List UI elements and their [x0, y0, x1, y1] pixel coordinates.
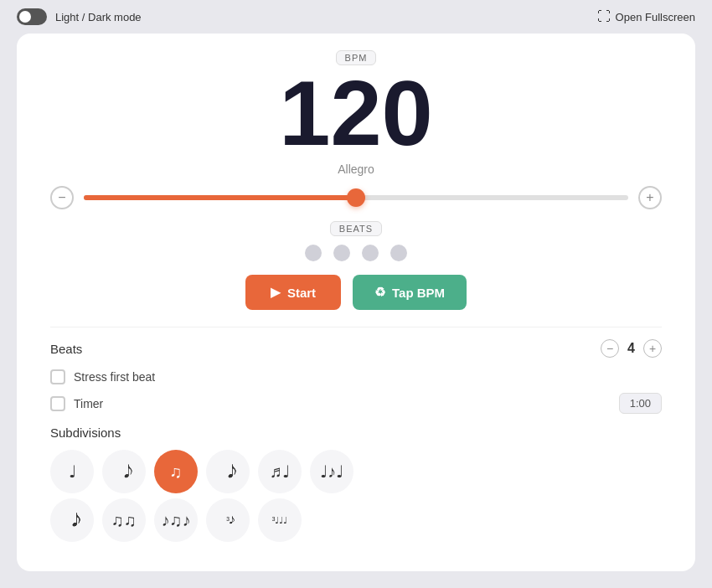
- dark-mode-toggle[interactable]: [17, 8, 47, 25]
- beat-dot-2: [333, 245, 350, 261]
- bpm-slider-fill: [84, 195, 356, 200]
- main-card: BPM 120 Allegro − + BEATS ▶ Start ♻: [17, 34, 695, 571]
- tempo-label: Allegro: [338, 162, 374, 176]
- subdivisions-heading: Subdivisions: [50, 426, 662, 440]
- bpm-slider-thumb[interactable]: [347, 188, 365, 207]
- subdivision-note-1: ♩: [69, 462, 76, 482]
- stress-beat-row: Stress first beat: [50, 369, 662, 384]
- subdivision-10[interactable]: ³𝅘𝅥𝅮𝅘𝅥𝅮𝅘𝅥𝅮: [206, 498, 250, 542]
- subdivision-4[interactable]: 𝅘𝅥𝅮𝅘𝅥𝅮𝅘𝅥𝅮: [206, 450, 250, 493]
- fullscreen-icon: ⛶: [597, 9, 611, 24]
- app-container: Light / Dark mode ⛶ Open Fullscreen BPM …: [0, 0, 712, 588]
- beats-setting-label: Beats: [50, 342, 82, 356]
- stress-beat-checkbox[interactable]: [50, 369, 65, 384]
- settings-section: Beats − 4 + Stress first beat Timer 1:00…: [50, 327, 662, 542]
- tap-icon: ♻: [374, 285, 385, 300]
- subdivision-note-9: ♪♫♪: [162, 511, 191, 530]
- beat-dot-3: [362, 245, 379, 261]
- beats-row: Beats − 4 +: [50, 339, 662, 358]
- subdivision-note-3: ♫: [170, 462, 183, 482]
- timer-label: Timer: [74, 397, 103, 410]
- subdivision-note-5: ♬♩: [270, 462, 290, 482]
- subdivision-3[interactable]: ♫: [154, 450, 198, 493]
- subdivision-7[interactable]: 𝅘𝅥𝅮𝅘𝅥𝅮𝅘𝅥𝅮𝅘𝅥𝅮: [50, 498, 94, 542]
- beats-increase-button[interactable]: +: [643, 339, 662, 358]
- beats-decrease-button[interactable]: −: [601, 339, 619, 358]
- subdivision-8[interactable]: ♫♫: [102, 498, 146, 542]
- fullscreen-label: Open Fullscreen: [616, 11, 695, 23]
- subdivision-note-6: ♩♪♩: [320, 462, 343, 482]
- bpm-slider-container: − +: [50, 186, 662, 209]
- timer-checkbox[interactable]: [50, 396, 65, 411]
- bpm-decrease-button[interactable]: −: [50, 186, 74, 209]
- beat-dot-4: [390, 245, 407, 261]
- timer-row: Timer 1:00: [50, 393, 662, 414]
- subdivision-5[interactable]: ♬♩: [258, 450, 302, 493]
- subdivision-9[interactable]: ♪♫♪: [154, 498, 198, 542]
- timer-value[interactable]: 1:00: [619, 393, 662, 414]
- subdivisions-row-2: 𝅘𝅥𝅮𝅘𝅥𝅮𝅘𝅥𝅮𝅘𝅥𝅮 ♫♫ ♪♫♪ ³𝅘𝅥𝅮𝅘𝅥𝅮𝅘𝅥𝅮 ³♩♩♩: [50, 498, 662, 542]
- play-icon: ▶: [271, 285, 281, 300]
- beats-counter: − 4 +: [601, 339, 662, 358]
- fullscreen-button[interactable]: ⛶ Open Fullscreen: [597, 9, 695, 24]
- stress-beat-label: Stress first beat: [74, 370, 155, 384]
- toggle-area: Light / Dark mode: [17, 8, 142, 25]
- beats-value: 4: [627, 341, 635, 356]
- top-bar: Light / Dark mode ⛶ Open Fullscreen: [0, 0, 712, 34]
- action-buttons: ▶ Start ♻ Tap BPM: [245, 275, 467, 310]
- start-label: Start: [287, 286, 316, 300]
- subdivision-note-8: ♫♫: [111, 511, 137, 530]
- bpm-slider-track[interactable]: [84, 195, 628, 200]
- subdivision-6[interactable]: ♩♪♩: [310, 450, 353, 493]
- subdivisions-grid: ♩ 𝅘𝅥𝅮𝅘𝅥𝅮 ♫ 𝅘𝅥𝅮𝅘𝅥𝅮𝅘𝅥𝅮 ♬♩: [50, 450, 662, 542]
- tap-label: Tap BPM: [392, 286, 445, 300]
- subdivisions-row-1: ♩ 𝅘𝅥𝅮𝅘𝅥𝅮 ♫ 𝅘𝅥𝅮𝅘𝅥𝅮𝅘𝅥𝅮 ♬♩: [50, 450, 662, 493]
- beats-badge: BEATS: [330, 221, 382, 236]
- bpm-display: 120: [279, 67, 433, 159]
- tap-bpm-button[interactable]: ♻ Tap BPM: [353, 275, 467, 310]
- subdivision-2[interactable]: 𝅘𝅥𝅮𝅘𝅥𝅮: [102, 450, 146, 493]
- beat-dots-container: [305, 245, 407, 261]
- subdivision-1[interactable]: ♩: [50, 450, 94, 493]
- toggle-label: Light / Dark mode: [55, 11, 142, 23]
- subdivision-11[interactable]: ³♩♩♩: [258, 498, 302, 542]
- beat-dot-1: [305, 245, 322, 261]
- subdivision-note-10: ³𝅘𝅥𝅮𝅘𝅥𝅮𝅘𝅥𝅮: [226, 515, 230, 526]
- bpm-increase-button[interactable]: +: [638, 186, 662, 209]
- start-button[interactable]: ▶ Start: [245, 275, 341, 310]
- subdivision-note-11: ³♩♩♩: [272, 515, 288, 526]
